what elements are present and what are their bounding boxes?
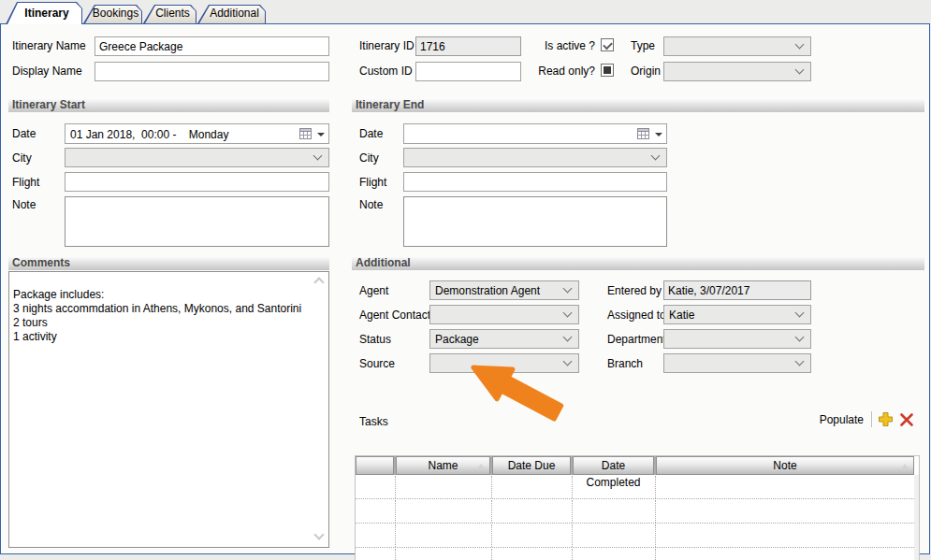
department-label: Department <box>607 334 666 346</box>
comments-section-header: Comments <box>8 256 329 270</box>
sort-indicator-icon <box>901 464 909 469</box>
column-header-label: Note <box>773 459 796 472</box>
read-only-label: Read only? <box>520 65 595 78</box>
status-label: Status <box>359 334 391 346</box>
column-header-date-completed[interactable]: Date Completed <box>573 456 654 475</box>
is-active-label: Is active ? <box>520 40 595 52</box>
chevron-down-icon <box>795 357 805 366</box>
calendar-icon[interactable] <box>637 127 663 141</box>
dropdown-caret-icon <box>655 133 662 136</box>
table-row[interactable] <box>356 524 914 548</box>
itinerary-id-input <box>415 36 521 56</box>
source-label: Source <box>359 358 395 370</box>
chevron-down-icon <box>563 309 573 318</box>
dropdown-caret-icon <box>317 133 325 136</box>
tab-label: Clients <box>149 7 196 20</box>
agent-label: Agent <box>359 285 388 297</box>
assigned-to-combo[interactable]: Katie <box>663 305 811 324</box>
app-window: Itinerary Bookings Clients Additional It… <box>0 0 931 560</box>
origin-label: Origin <box>631 65 661 78</box>
start-note-textarea[interactable] <box>65 196 329 247</box>
column-header-name[interactable]: Name <box>396 456 490 475</box>
tab-itinerary[interactable]: Itinerary <box>6 2 82 24</box>
start-date-value: 01 Jan 2018, 00:00 - Monday <box>70 128 228 141</box>
chevron-down-icon <box>795 40 805 50</box>
tab-clients[interactable]: Clients <box>143 5 196 23</box>
custom-id-input[interactable] <box>415 62 521 81</box>
column-header-note[interactable]: Note <box>656 456 914 475</box>
custom-id-label: Custom ID <box>359 65 413 78</box>
comments-box[interactable]: Package includes: 3 nights accommdation … <box>8 271 329 548</box>
status-value: Package <box>435 333 479 346</box>
display-name-label: Display Name <box>12 65 82 78</box>
is-active-checkbox[interactable] <box>601 38 614 51</box>
itinerary-name-label: Itinerary Name <box>12 40 86 52</box>
start-date-field[interactable]: 01 Jan 2018, 00:00 - Monday <box>65 123 329 144</box>
origin-combo[interactable] <box>663 62 811 81</box>
column-header-label: Date Due <box>508 459 556 472</box>
tab-bookings[interactable]: Bookings <box>83 5 142 23</box>
end-flight-input[interactable] <box>403 172 667 192</box>
agent-value: Demonstration Agent <box>435 284 540 297</box>
toolbar-separator <box>871 411 872 427</box>
display-name-input[interactable] <box>95 62 329 81</box>
column-header-date-due[interactable]: Date Due <box>492 456 571 475</box>
start-note-label: Note <box>12 199 36 211</box>
agent-contact-label: Agent Contact <box>359 309 430 322</box>
populate-button[interactable]: Populate <box>815 414 864 426</box>
table-row[interactable] <box>356 476 914 499</box>
additional-section-header: Additional <box>352 256 924 270</box>
table-row[interactable] <box>356 500 914 524</box>
itinerary-start-section-header: Itinerary Start <box>8 98 329 112</box>
start-city-label: City <box>12 152 32 165</box>
status-combo[interactable]: Package <box>429 329 579 349</box>
type-combo[interactable] <box>663 36 811 56</box>
end-date-field[interactable] <box>403 123 667 144</box>
end-city-label: City <box>359 152 379 165</box>
plus-icon <box>878 411 894 427</box>
agent-contact-combo[interactable] <box>429 305 579 324</box>
branch-label: Branch <box>607 358 643 370</box>
tab-label: Additional <box>203 7 266 20</box>
tasks-label: Tasks <box>359 416 388 428</box>
add-task-button[interactable] <box>878 411 894 427</box>
source-combo[interactable] <box>429 353 579 373</box>
column-header-row-selector[interactable] <box>356 456 394 475</box>
chevron-down-icon <box>795 309 805 318</box>
column-header-label: Name <box>428 459 458 472</box>
itinerary-name-input[interactable] <box>95 36 329 56</box>
chevron-down-icon <box>313 151 323 161</box>
assigned-to-value: Katie <box>669 309 694 322</box>
chevron-down-icon <box>563 284 573 294</box>
end-date-label: Date <box>359 128 383 140</box>
start-flight-input[interactable] <box>65 172 329 192</box>
end-city-combo[interactable] <box>403 148 667 167</box>
start-date-label: Date <box>12 128 36 140</box>
sort-indicator-icon <box>477 464 485 469</box>
tab-label: Itinerary <box>11 7 82 20</box>
branch-combo[interactable] <box>663 353 811 373</box>
tasks-table: Name Date Due Date Completed Note <box>355 455 920 560</box>
comments-text: Package includes: 3 nights accommdation … <box>13 288 301 343</box>
chevron-down-icon <box>795 65 805 75</box>
tab-additional[interactable]: Additional <box>197 5 266 23</box>
entered-by-input <box>663 280 811 300</box>
start-flight-label: Flight <box>12 177 39 189</box>
tab-label: Bookings <box>89 7 142 20</box>
itinerary-tab-page: Itinerary Name Display Name Itinerary ID… <box>0 23 930 554</box>
scroll-down-icon[interactable] <box>313 529 324 539</box>
department-combo[interactable] <box>663 329 811 349</box>
end-flight-label: Flight <box>359 177 386 189</box>
start-city-combo[interactable] <box>65 148 329 167</box>
table-row[interactable] <box>356 549 914 560</box>
delete-task-button[interactable] <box>899 412 914 427</box>
chevron-down-icon <box>563 357 573 366</box>
end-note-textarea[interactable] <box>403 196 667 247</box>
calendar-icon[interactable] <box>299 127 326 141</box>
read-only-checkbox[interactable] <box>601 64 614 77</box>
scroll-up-icon[interactable] <box>313 277 324 287</box>
table-scrollbar-track[interactable] <box>914 475 920 560</box>
assigned-to-label: Assigned to <box>607 309 666 322</box>
agent-combo[interactable]: Demonstration Agent <box>429 280 579 300</box>
entered-by-label: Entered by <box>607 285 662 297</box>
